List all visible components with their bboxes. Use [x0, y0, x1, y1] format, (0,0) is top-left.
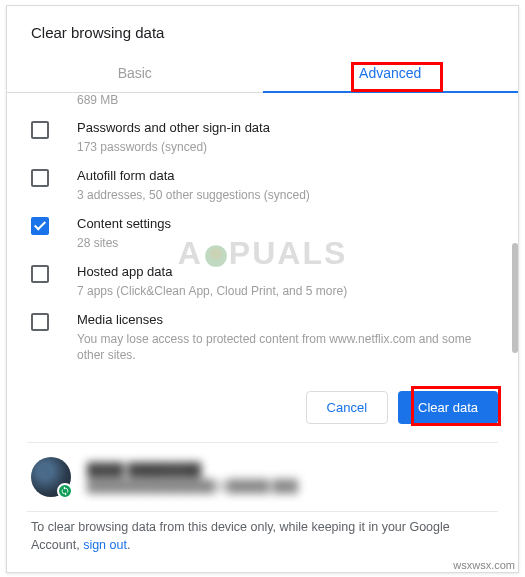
option-title: Media licenses: [77, 311, 494, 329]
option-subtitle: 3 addresses, 50 other suggestions (synce…: [77, 187, 494, 203]
option-media-licenses: Media licenses You may lose access to pr…: [7, 305, 518, 369]
cancel-button[interactable]: Cancel: [306, 391, 388, 424]
sync-icon: [57, 483, 73, 499]
account-info-blurred: ████ ████████ ███████████████@█████.███: [87, 462, 298, 493]
option-content-settings: Content settings 28 sites: [7, 209, 518, 257]
option-hosted-app-data: Hosted app data 7 apps (Click&Clean App,…: [7, 257, 518, 305]
tab-bar: Basic Advanced: [7, 53, 518, 93]
option-subtitle: 7 apps (Click&Clean App, Cloud Print, an…: [77, 283, 494, 299]
sign-out-link[interactable]: sign out: [83, 538, 127, 552]
options-scroll-area: 689 MB Passwords and other sign-in data …: [7, 93, 518, 369]
site-credit: wsxwsx.com: [453, 559, 515, 571]
clear-browsing-data-dialog: Clear browsing data Basic Advanced 689 M…: [6, 5, 519, 573]
checkbox-autofill[interactable]: [31, 169, 49, 187]
option-subtitle: 28 sites: [77, 235, 494, 251]
footer-text: To clear browsing data from this device …: [7, 512, 518, 572]
option-text: Media licenses You may lose access to pr…: [77, 311, 494, 363]
account-email: ███████████████@█████.███: [87, 479, 298, 493]
option-text: Hosted app data 7 apps (Click&Clean App,…: [77, 263, 494, 299]
option-passwords: Passwords and other sign-in data 173 pas…: [7, 113, 518, 161]
tab-advanced[interactable]: Advanced: [263, 53, 519, 92]
dialog-title: Clear browsing data: [7, 6, 518, 53]
account-row: ████ ████████ ███████████████@█████.███: [7, 443, 518, 511]
option-title: Autofill form data: [77, 167, 494, 185]
dialog-actions: Cancel Clear data: [7, 369, 518, 442]
option-subtitle: 173 passwords (synced): [77, 139, 494, 155]
option-subtitle: You may lose access to protected content…: [77, 331, 494, 363]
checkbox-passwords[interactable]: [31, 121, 49, 139]
option-title: Hosted app data: [77, 263, 494, 281]
option-text: Content settings 28 sites: [77, 215, 494, 251]
tab-basic[interactable]: Basic: [7, 53, 263, 92]
option-text: Autofill form data 3 addresses, 50 other…: [77, 167, 494, 203]
clear-data-button[interactable]: Clear data: [398, 391, 498, 424]
checkbox-media-licenses[interactable]: [31, 313, 49, 331]
footer-suffix: .: [127, 538, 130, 552]
option-autofill: Autofill form data 3 addresses, 50 other…: [7, 161, 518, 209]
option-text: Passwords and other sign-in data 173 pas…: [77, 119, 494, 155]
avatar-wrap: [31, 457, 71, 497]
truncated-previous-item: 689 MB: [7, 93, 518, 113]
account-name: ████ ████████: [87, 462, 298, 477]
checkbox-content-settings[interactable]: [31, 217, 49, 235]
option-title: Content settings: [77, 215, 494, 233]
checkbox-hosted-app-data[interactable]: [31, 265, 49, 283]
option-title: Passwords and other sign-in data: [77, 119, 494, 137]
scrollbar-thumb[interactable]: [512, 243, 518, 353]
